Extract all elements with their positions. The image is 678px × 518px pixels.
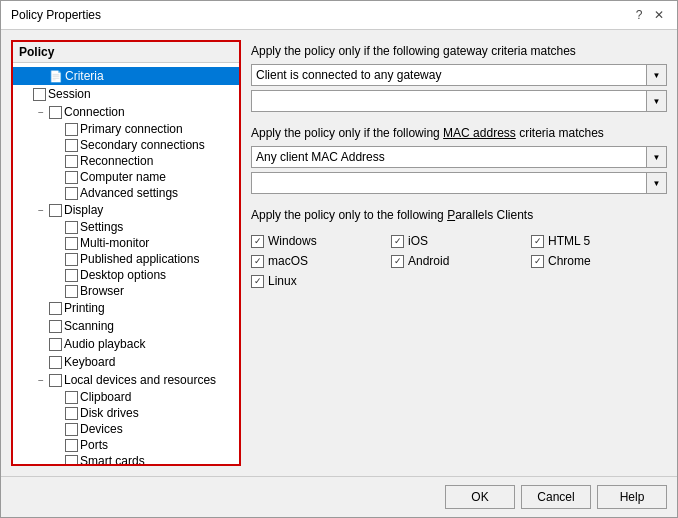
checkbox-keyboard[interactable] (49, 356, 62, 369)
client-item-macos: macOS (251, 254, 387, 268)
gateway-dropdown[interactable]: Client is connected to any gateway ▼ (251, 64, 667, 86)
checkbox-connection[interactable] (49, 106, 62, 119)
label-windows: Windows (268, 234, 317, 248)
tree-label-desktop-options: Desktop options (80, 268, 166, 282)
label-android: Android (408, 254, 449, 268)
close-button[interactable]: ✕ (651, 7, 667, 23)
tree-item-primary-connection[interactable]: Primary connection (13, 121, 239, 137)
gateway-text-input[interactable]: ▼ (251, 90, 667, 112)
checkbox-published-apps[interactable] (65, 253, 78, 266)
tree-item-browser[interactable]: Browser (13, 283, 239, 299)
checkbox-windows[interactable] (251, 235, 264, 248)
tree-item-ports[interactable]: Ports (13, 437, 239, 453)
tree-container[interactable]: 📄 Criteria Session − Connection (13, 63, 239, 464)
checkbox-reconnection[interactable] (65, 155, 78, 168)
tree-label-multi-monitor: Multi-monitor (80, 236, 149, 250)
checkbox-ios[interactable] (391, 235, 404, 248)
tree-item-devices[interactable]: Devices (13, 421, 239, 437)
checkbox-scanning[interactable] (49, 320, 62, 333)
tree-item-multi-monitor[interactable]: Multi-monitor (13, 235, 239, 251)
tree-item-clipboard[interactable]: Clipboard (13, 389, 239, 405)
checkbox-browser[interactable] (65, 285, 78, 298)
tree-item-connection[interactable]: − Connection (13, 103, 239, 121)
checkbox-macos[interactable] (251, 255, 264, 268)
tree-item-printing[interactable]: Printing (13, 299, 239, 317)
tree-item-published-apps[interactable]: Published applications (13, 251, 239, 267)
mac-section-title: Apply the policy only if the following M… (251, 126, 667, 140)
clients-grid: Windows iOS HTML 5 macOS (251, 234, 667, 288)
expand-icon (33, 68, 49, 84)
mac-text-arrow[interactable]: ▼ (646, 173, 666, 193)
checkbox-ports[interactable] (65, 439, 78, 452)
client-item-chrome: Chrome (531, 254, 667, 268)
checkbox-disk-drives[interactable] (65, 407, 78, 420)
tree-item-scanning[interactable]: Scanning (13, 317, 239, 335)
policy-properties-dialog: Policy Properties ? ✕ Policy 📄 Criteria (0, 0, 678, 518)
checkbox-chrome[interactable] (531, 255, 544, 268)
expand-btn-display: − (33, 202, 49, 218)
checkbox-clipboard[interactable] (65, 391, 78, 404)
help-footer-button[interactable]: Help (597, 485, 667, 509)
checkbox-android[interactable] (391, 255, 404, 268)
client-item-windows: Windows (251, 234, 387, 248)
tree-item-local-devices[interactable]: − Local devices and resources (13, 371, 239, 389)
dialog-content: Policy 📄 Criteria Session − (1, 30, 677, 476)
tree-item-computer-name[interactable]: Computer name (13, 169, 239, 185)
tree-label-settings: Settings (80, 220, 123, 234)
tree-item-reconnection[interactable]: Reconnection (13, 153, 239, 169)
checkbox-desktop-options[interactable] (65, 269, 78, 282)
tree-label-audio-playback: Audio playback (64, 337, 145, 351)
gateway-dropdown-arrow[interactable]: ▼ (646, 65, 666, 85)
checkbox-linux[interactable] (251, 275, 264, 288)
tree-item-audio-playback[interactable]: Audio playback (13, 335, 239, 353)
help-button[interactable]: ? (631, 7, 647, 23)
tree-label-local-devices: Local devices and resources (64, 373, 216, 387)
checkbox-computer-name[interactable] (65, 171, 78, 184)
checkbox-devices[interactable] (65, 423, 78, 436)
cancel-button[interactable]: Cancel (521, 485, 591, 509)
gateway-text-arrow[interactable]: ▼ (646, 91, 666, 111)
mac-dropdown[interactable]: Any client MAC Address ▼ (251, 146, 667, 168)
mac-text-input[interactable]: ▼ (251, 172, 667, 194)
mac-dropdown-arrow[interactable]: ▼ (646, 147, 666, 167)
checkbox-smart-cards[interactable] (65, 455, 78, 465)
checkbox-session[interactable] (33, 88, 46, 101)
label-linux: Linux (268, 274, 297, 288)
checkbox-audio-playback[interactable] (49, 338, 62, 351)
gateway-section-title: Apply the policy only if the following g… (251, 44, 667, 58)
tree-item-settings[interactable]: Settings (13, 219, 239, 235)
tree-item-advanced-settings[interactable]: Advanced settings (13, 185, 239, 201)
client-item-android: Android (391, 254, 527, 268)
expand-btn-connection: − (33, 104, 49, 120)
checkbox-display[interactable] (49, 204, 62, 217)
checkbox-primary-connection[interactable] (65, 123, 78, 136)
tree-item-session[interactable]: Session (13, 85, 239, 103)
expand-btn-keyboard (33, 354, 49, 370)
checkbox-printing[interactable] (49, 302, 62, 315)
policy-tree-panel: Policy 📄 Criteria Session − (11, 40, 241, 466)
tree-item-secondary-connections[interactable]: Secondary connections (13, 137, 239, 153)
tree-item-keyboard[interactable]: Keyboard (13, 353, 239, 371)
checkbox-local-devices[interactable] (49, 374, 62, 387)
checkbox-settings[interactable] (65, 221, 78, 234)
tree-item-display[interactable]: − Display (13, 201, 239, 219)
tree-label-session: Session (48, 87, 91, 101)
mac-dropdown-row: Any client MAC Address ▼ (251, 146, 667, 168)
tree-item-desktop-options[interactable]: Desktop options (13, 267, 239, 283)
right-panel: Apply the policy only if the following g… (251, 40, 667, 466)
ok-button[interactable]: OK (445, 485, 515, 509)
gateway-section: Apply the policy only if the following g… (251, 44, 667, 112)
checkbox-secondary-connections[interactable] (65, 139, 78, 152)
mac-section: Apply the policy only if the following M… (251, 126, 667, 194)
checkbox-advanced-settings[interactable] (65, 187, 78, 200)
tree-label-criteria: Criteria (65, 69, 104, 83)
tree-item-smart-cards[interactable]: Smart cards (13, 453, 239, 464)
tree-item-disk-drives[interactable]: Disk drives (13, 405, 239, 421)
expand-btn-audio (33, 336, 49, 352)
checkbox-html5[interactable] (531, 235, 544, 248)
clients-section-title: Apply the policy only to the following P… (251, 208, 667, 222)
dialog-title: Policy Properties (11, 8, 101, 22)
checkbox-multi-monitor[interactable] (65, 237, 78, 250)
tree-label-display: Display (64, 203, 103, 217)
tree-item-criteria[interactable]: 📄 Criteria (13, 67, 239, 85)
